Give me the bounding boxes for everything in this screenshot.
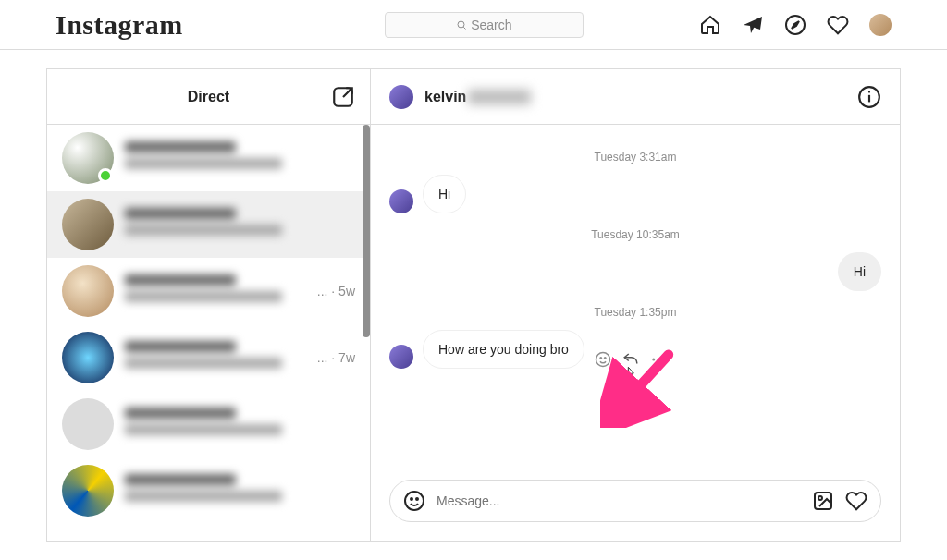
emoji-picker-icon[interactable] — [403, 490, 425, 512]
search-input[interactable]: Search — [385, 12, 584, 38]
explore-icon[interactable] — [784, 14, 806, 36]
svg-point-18 — [416, 498, 418, 500]
svg-point-13 — [662, 359, 665, 361]
thread-item[interactable]: ... · 7w — [47, 324, 370, 391]
chat-username[interactable]: kelvin — [424, 89, 531, 105]
home-icon[interactable] — [699, 14, 721, 36]
chat-panel: kelvin Tuesday 3:31am Hi Tuesday 10:35am… — [370, 68, 901, 542]
thread-preview — [125, 141, 344, 175]
direct-sidebar: Direct ... · 5w — [46, 68, 370, 542]
svg-point-20 — [818, 496, 822, 500]
svg-point-0 — [458, 21, 464, 28]
add-photo-icon[interactable] — [812, 490, 834, 512]
direct-header: Direct — [47, 69, 370, 125]
message-row: Hi — [389, 252, 881, 291]
more-options-icon[interactable] — [649, 350, 668, 369]
scrollbar[interactable] — [363, 125, 370, 337]
message-input[interactable] — [437, 493, 801, 508]
main-content: Direct ... · 5w — [0, 50, 947, 560]
search-icon — [456, 19, 467, 30]
like-heart-icon[interactable] — [845, 490, 867, 512]
thread-preview — [125, 208, 344, 241]
message-row: How are you doing bro — [389, 330, 881, 369]
svg-point-12 — [657, 359, 659, 361]
thread-item[interactable] — [47, 125, 370, 191]
presence-dot — [98, 168, 113, 183]
svg-point-7 — [868, 91, 870, 92]
chat-header: kelvin — [371, 69, 900, 125]
direct-title: Direct — [188, 89, 229, 105]
message-avatar[interactable] — [389, 345, 413, 369]
message-row: Hi — [389, 175, 881, 213]
info-icon[interactable] — [857, 85, 881, 109]
thread-meta: ... · 5w — [317, 284, 355, 298]
timestamp: Tuesday 1:35pm — [389, 306, 881, 319]
avatar — [62, 132, 114, 184]
message-bubble[interactable]: Hi — [838, 252, 881, 291]
thread-item[interactable] — [47, 391, 370, 457]
chat-header-avatar[interactable] — [389, 85, 413, 109]
search-placeholder: Search — [471, 18, 511, 32]
pointer-cursor-icon — [623, 365, 638, 385]
message-composer[interactable] — [389, 480, 881, 522]
avatar — [62, 398, 114, 450]
avatar — [62, 332, 114, 383]
svg-point-10 — [604, 358, 606, 359]
avatar — [62, 465, 114, 517]
compose-icon[interactable] — [331, 85, 355, 109]
thread-preview — [125, 274, 306, 308]
message-bubble[interactable]: How are you doing bro — [423, 330, 584, 369]
svg-point-11 — [652, 359, 655, 361]
chat-body: Tuesday 3:31am Hi Tuesday 10:35am Hi Tue… — [371, 125, 900, 465]
thread-item[interactable] — [47, 457, 370, 524]
profile-avatar[interactable] — [869, 14, 892, 36]
messenger-icon[interactable] — [742, 14, 764, 36]
message-actions — [594, 350, 668, 369]
message-bubble[interactable]: Hi — [423, 175, 466, 213]
instagram-logo[interactable]: Instagram — [55, 9, 183, 41]
svg-marker-3 — [792, 21, 799, 29]
avatar — [62, 265, 114, 317]
timestamp: Tuesday 3:31am — [389, 151, 881, 164]
thread-meta: ... · 7w — [317, 350, 355, 365]
react-emoji-icon[interactable] — [594, 350, 612, 369]
activity-heart-icon[interactable] — [827, 14, 849, 36]
thread-item[interactable] — [47, 191, 370, 258]
svg-point-16 — [405, 492, 424, 510]
reply-icon[interactable] — [621, 350, 640, 369]
avatar — [62, 199, 114, 250]
svg-point-8 — [596, 353, 609, 367]
thread-list[interactable]: ... · 5w ... · 7w — [47, 125, 370, 541]
thread-preview — [125, 341, 306, 374]
thread-item[interactable]: ... · 5w — [47, 258, 370, 324]
svg-point-9 — [600, 358, 602, 359]
svg-point-17 — [411, 498, 412, 500]
message-avatar[interactable] — [389, 189, 413, 213]
timestamp: Tuesday 10:35am — [389, 228, 881, 241]
svg-line-1 — [463, 27, 465, 29]
thread-preview — [125, 408, 344, 441]
top-nav: Instagram Search — [0, 0, 947, 50]
thread-preview — [125, 474, 344, 507]
